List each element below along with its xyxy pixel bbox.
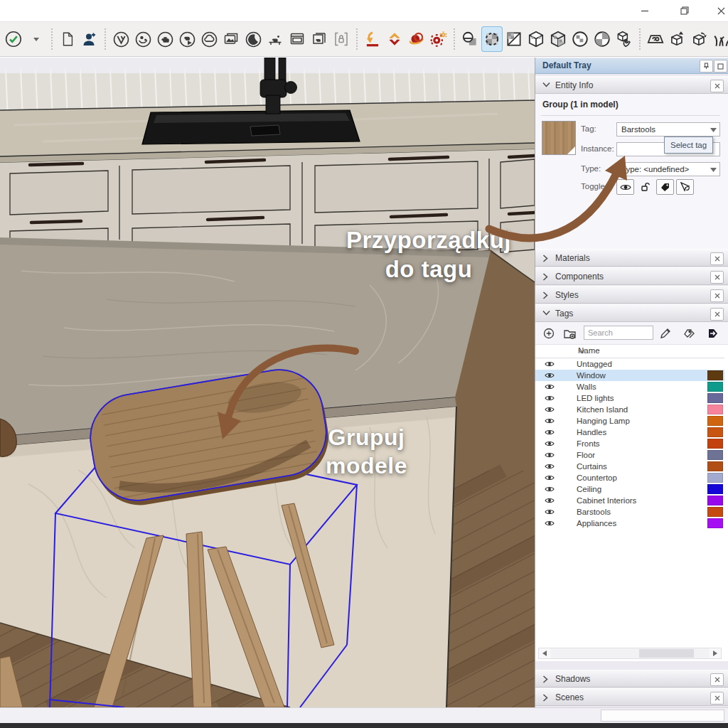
measurements-box[interactable] [601,710,724,722]
walk-tool-icon[interactable] [614,26,635,52]
vray-batch-render-icon[interactable] [309,26,330,52]
visibility-eye-icon[interactable] [535,429,564,436]
hidden-line-mode-icon[interactable] [525,26,547,52]
tag-row[interactable]: Appliances [535,518,724,529]
pin-icon[interactable] [700,60,713,73]
vray-viewport-render-icon[interactable] [264,26,286,52]
tag-row[interactable]: Curtains [535,461,724,472]
close-icon[interactable] [710,80,724,92]
monochrome-mode-icon[interactable] [592,26,613,52]
tag-row[interactable]: Hanging Lamp [535,415,724,427]
tag-color-swatch[interactable] [707,416,723,426]
add-tag-folder-icon[interactable] [562,326,578,341]
toggle-receive-icon[interactable] [676,179,694,195]
tag-color-swatch[interactable] [707,473,723,483]
visibility-eye-icon[interactable] [535,406,564,413]
scroll-right-icon[interactable] [710,648,721,658]
fog-icon[interactable] [645,26,666,52]
close-icon[interactable] [710,289,724,302]
section-scenes[interactable]: Scenes [535,688,728,706]
visibility-eye-icon[interactable] [535,474,564,481]
vray-render-last-icon[interactable] [242,26,264,52]
tag-color-swatch[interactable] [707,484,723,494]
vray-logo-icon[interactable] [110,26,132,52]
model-info-icon[interactable] [689,26,710,52]
visibility-eye-icon[interactable] [535,440,564,447]
tag-row[interactable]: Kitchen Island [535,404,724,415]
add-tag-icon[interactable] [541,326,557,341]
edit-tag-pencil-icon[interactable] [658,326,673,341]
tag-row[interactable]: LED lights [535,392,724,404]
tag-color-swatch[interactable] [707,461,723,471]
chaos-cosmos-icon[interactable] [406,26,427,52]
tag-row[interactable]: Walls [535,381,724,392]
tag-row[interactable]: Handles [535,427,724,438]
entity-thumbnail[interactable] [542,121,576,155]
visibility-eye-icon[interactable] [535,497,564,504]
tag-row[interactable]: Ceiling [535,483,724,495]
tags-label-icon[interactable] [680,326,696,341]
visibility-eye-icon[interactable] [535,451,564,459]
section-shadows[interactable]: Shadows [535,670,728,687]
tag-row[interactable]: Barstools [535,506,724,518]
export-icon[interactable] [384,26,405,52]
xray-mode-icon[interactable] [459,26,481,52]
close-icon[interactable] [710,308,724,321]
maximize-restore-icon[interactable] [673,2,697,19]
tags-search-input[interactable] [584,326,653,340]
purge-tags-icon[interactable] [705,326,720,341]
add-location-icon[interactable] [667,26,688,52]
tag-row[interactable]: Untagged [535,358,724,370]
section-components[interactable]: Components [535,267,728,285]
tag-color-swatch[interactable] [707,393,723,403]
tag-color-swatch[interactable] [707,450,723,460]
close-icon[interactable] [710,692,724,705]
vray-frame-buffer-icon[interactable] [220,26,242,52]
tag-color-swatch[interactable] [707,370,723,380]
tag-color-swatch[interactable] [707,496,723,505]
visibility-eye-icon[interactable] [535,520,564,527]
close-icon[interactable] [710,252,724,265]
close-icon[interactable] [709,2,728,19]
chaos-cloud-icon[interactable] [198,26,220,52]
tag-color-swatch[interactable] [707,518,723,528]
tag-row[interactable]: Window [535,370,724,381]
tags-horizontal-scrollbar[interactable] [538,648,722,659]
tag-row[interactable]: Fronts [535,438,724,449]
grass-material-icon[interactable] [711,26,728,52]
3d-viewport[interactable]: Przyporządkuj do tagu Grupuj modele [0,58,535,707]
tag-color-swatch[interactable] [707,382,723,392]
tag-dropdown[interactable]: Barstools [616,122,720,136]
dropdown-caret-icon[interactable] [26,26,47,52]
vray-lock-icon[interactable] [331,26,352,52]
tray-menu-icon[interactable] [714,60,727,73]
tags-column-header[interactable]: Name [535,345,724,358]
scrollbar-thumb[interactable] [639,649,694,658]
shaded-mode-icon[interactable] [547,26,569,52]
tag-color-swatch[interactable] [707,405,723,414]
tag-color-swatch[interactable] [707,507,723,517]
section-entity-info[interactable]: Entity Info [535,76,728,94]
tray-header[interactable]: Default Tray [535,58,728,74]
toggle-unlock-icon[interactable] [636,179,654,195]
close-icon[interactable] [710,673,724,686]
toggle-visible-eye-icon[interactable] [616,179,634,195]
vray-interactive-render-icon[interactable] [176,26,198,52]
minimize-icon[interactable] [633,2,657,19]
vray-frame-buffer-window-icon[interactable] [287,26,308,52]
tag-row[interactable]: Floor [535,449,724,461]
vray-render-icon[interactable] [154,26,176,52]
sketchup-check-icon[interactable] [4,26,25,52]
tag-row[interactable]: Cabinet Interiors [535,495,724,506]
tag-row[interactable]: Countertop [535,472,724,483]
import-icon[interactable] [362,26,383,52]
type-dropdown[interactable]: Type: <undefined> [616,162,720,176]
visibility-eye-icon[interactable] [535,417,564,424]
add-collaborator-icon[interactable] [79,26,100,52]
visibility-eye-icon[interactable] [535,508,564,515]
back-edges-icon[interactable] [481,26,503,52]
new-document-icon[interactable] [57,26,78,52]
toggle-tag-icon[interactable] [656,179,674,195]
visibility-eye-icon[interactable] [535,486,564,493]
tag-color-swatch[interactable] [707,427,723,437]
